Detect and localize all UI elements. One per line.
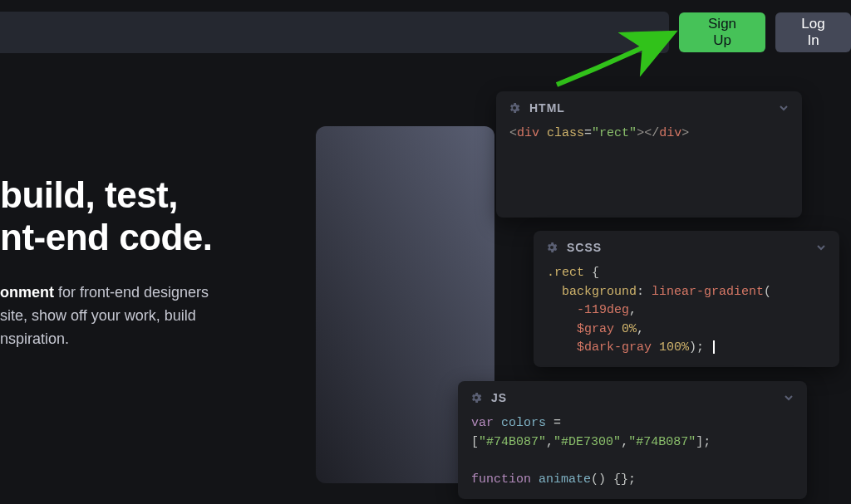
editor-panel-html: HTML <div class="rect"></div> <box>496 91 802 218</box>
hero-description: onment for front-end designerssite, show… <box>0 281 299 351</box>
editor-panel-scss: SCSS .rect { background: linear-gradient… <box>534 231 839 367</box>
chevron-down-icon[interactable] <box>777 101 790 115</box>
text-cursor <box>713 340 715 354</box>
search-input[interactable] <box>0 12 669 53</box>
gear-icon[interactable] <box>470 391 483 404</box>
hero-heading: build, test,nt-end code. <box>0 174 299 258</box>
panel-title: JS <box>491 391 507 404</box>
panel-title: SCSS <box>567 241 602 254</box>
gear-icon[interactable] <box>508 101 521 115</box>
panel-title: HTML <box>529 101 565 115</box>
code-js[interactable]: var colors = ["#74B087","#DE7300","#74B0… <box>458 413 807 494</box>
login-button[interactable]: Log In <box>775 12 851 52</box>
hero-section: build, test,nt-end code. onment for fron… <box>0 174 299 351</box>
code-scss[interactable]: .rect { background: linear-gradient( -11… <box>534 262 839 363</box>
top-bar: Sign Up Log In <box>0 12 851 53</box>
gear-icon[interactable] <box>545 241 558 254</box>
signup-button[interactable]: Sign Up <box>679 12 765 52</box>
chevron-down-icon[interactable] <box>814 241 828 254</box>
code-html[interactable]: <div class="rect"></div> <box>496 123 802 149</box>
editor-panel-js: JS var colors = ["#74B087","#DE7300","#7… <box>458 381 807 499</box>
chevron-down-icon[interactable] <box>782 391 795 404</box>
